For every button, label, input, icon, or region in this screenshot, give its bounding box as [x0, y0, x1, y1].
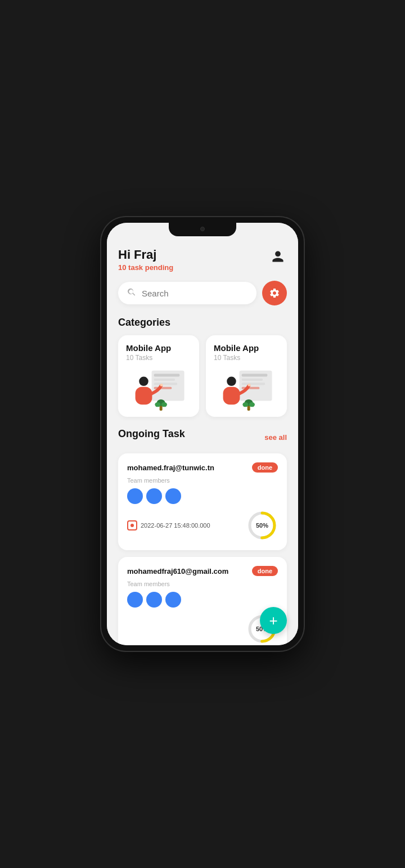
user-icon[interactable]	[269, 248, 287, 266]
svg-rect-18	[223, 387, 240, 404]
category-card-1[interactable]: Mobile App 10 Tasks	[118, 335, 199, 417]
svg-rect-2	[154, 379, 175, 381]
cat-subtitle-2: 10 Tasks	[214, 354, 279, 362]
notch	[169, 223, 236, 236]
task-top-2: mohamedfraj610@gmail.com done	[127, 566, 278, 576]
svg-rect-15	[242, 383, 265, 385]
svg-point-22	[242, 402, 248, 407]
done-badge-2: done	[252, 566, 278, 576]
ongoing-title: Ongoing Task	[118, 428, 185, 440]
task-top-1: mohamed.fraj@tunwic.tn done	[127, 462, 278, 473]
task-footer-2: 50%	[127, 613, 278, 645]
screen-content: Hi Fraj 10 task pending	[107, 223, 298, 645]
category-card-2[interactable]: Mobile App 10 Tasks	[206, 335, 287, 417]
task-time-1: 2022-06-27 15:48:00.000	[127, 520, 210, 530]
phone-screen: Hi Fraj 10 task pending	[107, 223, 298, 645]
task-email-2: mohamedfraj610@gmail.com	[127, 567, 228, 575]
svg-point-5	[139, 376, 148, 386]
svg-point-17	[227, 376, 236, 386]
search-input[interactable]	[142, 289, 248, 298]
camera	[200, 227, 205, 231]
ongoing-header: Ongoing Task see all	[118, 428, 287, 447]
watch-icon-1	[127, 520, 137, 530]
team-label-1: Team members	[127, 477, 278, 484]
svg-point-11	[161, 402, 167, 407]
progress-circle-1: 50%	[246, 510, 278, 541]
svg-rect-3	[154, 383, 177, 385]
settings-button[interactable]	[262, 281, 287, 305]
categories-title: Categories	[118, 317, 287, 329]
cat-title-2: Mobile App	[214, 343, 279, 353]
cat-title-1: Mobile App	[126, 343, 191, 353]
avatars-1	[127, 488, 278, 504]
svg-point-7	[160, 384, 163, 386]
search-bar[interactable]	[118, 282, 256, 304]
fab-button[interactable]: +	[260, 607, 287, 634]
cat-illustration-1	[126, 366, 191, 417]
svg-point-23	[249, 402, 255, 407]
greeting-section: Hi Fraj 10 task pending	[118, 248, 173, 272]
avatar-1a	[127, 488, 143, 504]
done-badge-1: done	[252, 462, 278, 473]
avatar-2b	[146, 592, 162, 608]
categories-grid: Mobile App 10 Tasks	[118, 335, 287, 417]
team-label-2: Team members	[127, 581, 278, 587]
task-card-1[interactable]: mohamed.fraj@tunwic.tn done Team members…	[118, 453, 287, 550]
svg-point-10	[155, 402, 160, 407]
search-icon	[127, 287, 136, 299]
svg-point-19	[248, 384, 250, 386]
greeting-text: Hi Fraj	[118, 248, 173, 262]
phone-frame: Hi Fraj 10 task pending	[101, 217, 304, 651]
avatar-2a	[127, 592, 143, 608]
svg-rect-13	[242, 374, 268, 377]
search-row	[118, 281, 287, 305]
svg-rect-1	[154, 374, 180, 377]
header: Hi Fraj 10 task pending	[118, 248, 287, 272]
avatar-1b	[146, 488, 162, 504]
svg-rect-14	[242, 379, 263, 381]
avatar-1c	[165, 488, 181, 504]
avatars-2	[127, 592, 278, 608]
task-footer-1: 2022-06-27 15:48:00.000 50%	[127, 510, 278, 541]
task-email-1: mohamed.fraj@tunwic.tn	[127, 464, 214, 472]
cat-subtitle-1: 10 Tasks	[126, 354, 191, 362]
fab-plus-icon: +	[269, 613, 277, 628]
time-text-1: 2022-06-27 15:48:00.000	[141, 522, 210, 529]
pending-text: 10 task pending	[118, 263, 173, 272]
see-all-link[interactable]: see all	[264, 433, 287, 442]
progress-label-1: 50%	[256, 522, 268, 529]
task-card-2[interactable]: mohamedfraj610@gmail.com done Team membe…	[118, 557, 287, 645]
avatar-2c	[165, 592, 181, 608]
svg-rect-6	[136, 387, 152, 404]
cat-illustration-2	[214, 366, 279, 417]
